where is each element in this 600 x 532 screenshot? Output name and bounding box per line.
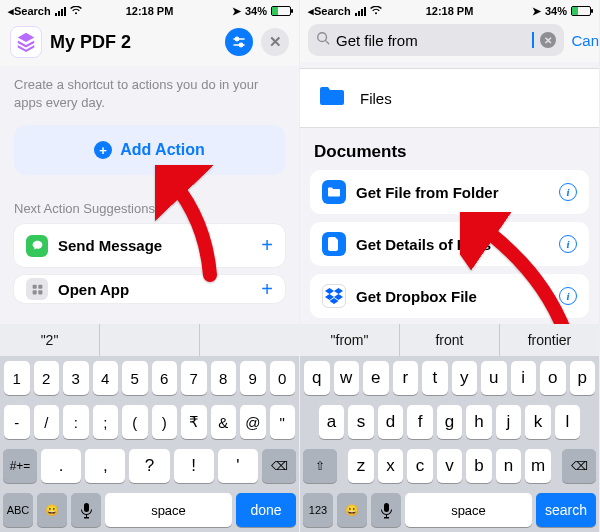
info-button[interactable]: i (559, 235, 577, 253)
key-o[interactable]: o (540, 361, 566, 395)
key-p[interactable]: p (570, 361, 596, 395)
mic-key[interactable] (71, 493, 101, 527)
add-action-button[interactable]: + Add Action (14, 125, 285, 175)
keyboard-suggestions[interactable]: "from" front frontier (300, 324, 599, 356)
search-icon (316, 31, 330, 49)
key-y[interactable]: y (452, 361, 478, 395)
suggestion-open-app[interactable]: Open App + (14, 275, 285, 303)
key-a[interactable]: a (319, 405, 345, 439)
key-c[interactable]: c (407, 449, 433, 483)
emoji-key[interactable]: 😀 (337, 493, 367, 527)
key-/[interactable]: / (34, 405, 60, 439)
key-8[interactable]: 8 (211, 361, 237, 395)
key-e[interactable]: e (363, 361, 389, 395)
mic-key[interactable] (371, 493, 401, 527)
clear-search-button[interactable]: ✕ (540, 32, 556, 48)
close-button[interactable]: ✕ (261, 28, 289, 56)
key-n[interactable]: n (496, 449, 522, 483)
space-key[interactable]: space (105, 493, 232, 527)
emoji-key[interactable]: 😀 (37, 493, 67, 527)
files-category[interactable]: Files (300, 68, 599, 128)
key-z[interactable]: z (348, 449, 374, 483)
numbers-key[interactable]: 123 (303, 493, 333, 527)
key-j[interactable]: j (496, 405, 522, 439)
shift-key[interactable]: ⇧ (303, 449, 337, 483)
keyboard[interactable]: "from" front frontier qwertyuiop asdfghj… (300, 324, 599, 532)
key-₹[interactable]: ₹ (181, 405, 207, 439)
search-key[interactable]: search (536, 493, 596, 527)
mic-icon (80, 502, 93, 519)
key-4[interactable]: 4 (93, 361, 119, 395)
key-@[interactable]: @ (240, 405, 266, 439)
key-d[interactable]: d (378, 405, 404, 439)
key-:[interactable]: : (63, 405, 89, 439)
key-6[interactable]: 6 (152, 361, 178, 395)
key-0[interactable]: 0 (270, 361, 296, 395)
key-g[interactable]: g (437, 405, 463, 439)
search-field[interactable]: ✕ (308, 24, 564, 56)
key-w[interactable]: w (334, 361, 360, 395)
info-button[interactable]: i (559, 183, 577, 201)
keyboard-suggestions[interactable]: "2" (0, 324, 299, 356)
add-icon[interactable]: + (261, 234, 273, 257)
key-v[interactable]: v (437, 449, 463, 483)
search-input[interactable] (336, 32, 526, 49)
add-icon[interactable]: + (261, 278, 273, 301)
abc-key[interactable]: ABC (3, 493, 33, 527)
done-key[interactable]: done (236, 493, 296, 527)
shortcut-title[interactable]: My PDF 2 (50, 32, 217, 53)
suggestions-header: Next Action Suggestions (14, 201, 285, 216)
key-q[interactable]: q (304, 361, 330, 395)
key-f[interactable]: f (407, 405, 433, 439)
shift-symbols-key[interactable]: #+= (3, 449, 37, 483)
action-get-dropbox-file[interactable]: Get Dropbox File i (310, 274, 589, 318)
key--[interactable]: - (4, 405, 30, 439)
app-grid-icon (26, 278, 48, 300)
key-1[interactable]: 1 (4, 361, 30, 395)
key-r[interactable]: r (393, 361, 419, 395)
info-button[interactable]: i (559, 287, 577, 305)
keyboard[interactable]: "2" 1234567890 -/:;()₹&@" #+= . , ? ! ' … (0, 324, 299, 532)
cancel-button[interactable]: Cancel (572, 32, 601, 49)
key-&[interactable]: & (211, 405, 237, 439)
shortcut-icon[interactable] (10, 26, 42, 58)
symbol-row: -/:;()₹&@" (0, 400, 299, 444)
key-)[interactable]: ) (152, 405, 178, 439)
key-x[interactable]: x (378, 449, 404, 483)
folder-icon (318, 85, 346, 111)
key-m[interactable]: m (525, 449, 551, 483)
key-s[interactable]: s (348, 405, 374, 439)
qwerty-row-3: ⇧ zxcvbnm ⌫ (300, 444, 599, 488)
battery-icon (271, 6, 291, 16)
svg-rect-5 (38, 284, 42, 288)
qwerty-row-3-letters: zxcvbnm (341, 449, 558, 483)
fn-row: #+= . , ? ! ' ⌫ (0, 444, 299, 488)
key-3[interactable]: 3 (63, 361, 89, 395)
key-b[interactable]: b (466, 449, 492, 483)
key-2[interactable]: 2 (34, 361, 60, 395)
key-i[interactable]: i (511, 361, 537, 395)
suggestion-send-message[interactable]: Send Message + (14, 224, 285, 267)
space-key[interactable]: space (405, 493, 532, 527)
key-h[interactable]: h (466, 405, 492, 439)
action-get-details-of-files[interactable]: Get Details of Files i (310, 222, 589, 266)
key-"[interactable]: " (270, 405, 296, 439)
shortcut-editor-screen: ◂Search 12:18 PM ➤ 34% My PDF 2 ✕ Create… (0, 0, 300, 532)
key-t[interactable]: t (422, 361, 448, 395)
key-([interactable]: ( (122, 405, 148, 439)
key-;[interactable]: ; (93, 405, 119, 439)
file-details-icon (322, 232, 346, 256)
key-l[interactable]: l (555, 405, 581, 439)
key-k[interactable]: k (525, 405, 551, 439)
key-5[interactable]: 5 (122, 361, 148, 395)
key-7[interactable]: 7 (181, 361, 207, 395)
mic-icon (380, 502, 393, 519)
number-row: 1234567890 (0, 356, 299, 400)
key-9[interactable]: 9 (240, 361, 266, 395)
action-get-file-from-folder[interactable]: Get File from Folder i (310, 170, 589, 214)
editor-header: My PDF 2 ✕ (0, 18, 299, 66)
backspace-key[interactable]: ⌫ (562, 449, 596, 483)
settings-button[interactable] (225, 28, 253, 56)
key-u[interactable]: u (481, 361, 507, 395)
backspace-key[interactable]: ⌫ (262, 449, 296, 483)
